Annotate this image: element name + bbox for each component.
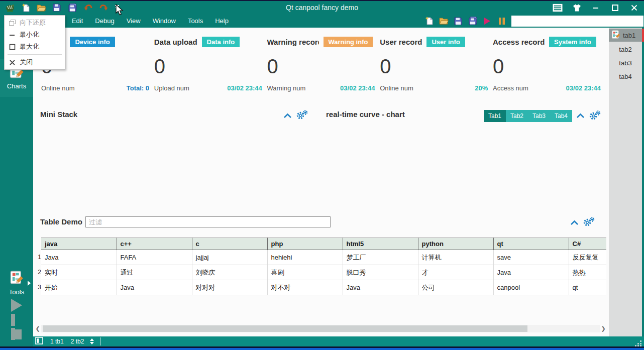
close-button[interactable] <box>629 3 639 13</box>
right-tab-tab1[interactable]: tab1 <box>609 29 642 42</box>
table-cell[interactable]: 脱口秀 <box>343 265 418 280</box>
statusbar-tab-2-tb2[interactable]: 2 tb2 <box>71 338 84 345</box>
table-cell[interactable]: 梦工厂 <box>343 250 418 265</box>
collapse-chevron-icon[interactable] <box>570 218 579 227</box>
table-cell[interactable]: 计算机 <box>418 250 493 265</box>
table-cell[interactable]: 开始 <box>41 280 117 295</box>
column-header[interactable]: c++ <box>117 238 192 250</box>
menu-item-tools[interactable]: Tools <box>182 14 209 28</box>
table-cell[interactable]: 实时 <box>41 265 117 280</box>
scrollbar-track[interactable] <box>41 325 600 332</box>
new-file-icon[interactable] <box>21 3 31 13</box>
table-row[interactable]: 开始Java对对对对不对Java公司canpoolqt <box>41 280 606 295</box>
curve-title: real-time curve - chart <box>326 110 405 119</box>
save-icon-2[interactable] <box>453 16 463 26</box>
table-cell[interactable]: 喜剧 <box>267 265 343 280</box>
context-menu-item[interactable]: 最小化 <box>5 29 65 41</box>
column-header[interactable]: c <box>192 238 267 250</box>
menu-item-window[interactable]: Window <box>147 14 182 28</box>
sidebar-item-tools[interactable]: Tools <box>0 268 33 300</box>
statusbar-panel-icon[interactable] <box>35 337 43 346</box>
maximize-button[interactable] <box>610 3 620 13</box>
statusbar-updown-icon[interactable] <box>90 338 94 344</box>
table-cell[interactable]: save <box>493 250 569 265</box>
menu-item-debug[interactable]: Debug <box>89 14 120 28</box>
card-value: 0 <box>154 55 262 77</box>
statusbar-tab-1-tb1[interactable]: 1 tb1 <box>50 338 64 345</box>
table-row[interactable]: JavaFAFAjajjajhehiehi梦工厂计算机save反反复复 <box>41 250 606 265</box>
context-menu-item[interactable]: 最大化 <box>5 41 65 53</box>
table-cell[interactable]: hehiehi <box>267 250 343 265</box>
redo-icon[interactable] <box>98 3 109 13</box>
table-cell[interactable]: canpool <box>493 280 569 295</box>
collapse-chevron-icon[interactable] <box>283 111 292 121</box>
sidebar-item-charts-label: Charts <box>0 82 33 90</box>
table-cell[interactable]: 通过 <box>117 265 192 280</box>
table-cell[interactable]: FAFA <box>117 250 192 265</box>
table-cell[interactable]: qt <box>569 280 606 295</box>
table-cell[interactable]: jajjaj <box>192 250 267 265</box>
toolbar-overflow-icon[interactable] <box>114 3 120 13</box>
menu-item-view[interactable]: View <box>121 14 147 28</box>
main-content: DeviceDevice info0Online numTotal: 0Data… <box>33 28 609 336</box>
horizontal-scrollbar[interactable]: ❮ ❯ <box>34 325 607 332</box>
column-header[interactable]: python <box>418 238 493 250</box>
search-input[interactable] <box>511 16 643 27</box>
sidebar-play-icon[interactable] <box>11 299 22 312</box>
settings-gears-icon[interactable] <box>583 217 595 228</box>
table-cell[interactable]: 热热 <box>569 265 606 280</box>
data-table[interactable]: javac++cphphtml5pythonqtC#JavaFAFAjajjaj… <box>41 238 606 295</box>
open-folder-icon-2[interactable] <box>439 16 449 26</box>
table-cell[interactable]: 才 <box>418 265 493 280</box>
context-menu-item[interactable]: 关闭 <box>5 56 65 68</box>
new-file-icon-2[interactable] <box>424 16 434 26</box>
column-header[interactable]: php <box>267 238 343 250</box>
table-cell[interactable]: 对对对 <box>192 280 267 295</box>
settings-gears-icon[interactable] <box>589 110 601 122</box>
column-header[interactable]: C# <box>569 238 606 250</box>
right-tab-tab4[interactable]: tab4 <box>609 71 642 83</box>
table-row[interactable]: 实时通过刘晓庆喜剧脱口秀才Java热热 <box>41 265 606 280</box>
save-all-icon[interactable] <box>67 3 77 13</box>
collapse-chevron-icon[interactable] <box>576 111 585 121</box>
scrollbar-thumb[interactable] <box>43 325 527 332</box>
curve-tab-tab3[interactable]: Tab3 <box>528 110 550 122</box>
curve-tab-tab4[interactable]: Tab4 <box>550 110 572 122</box>
save-icon[interactable] <box>52 3 62 13</box>
menu-item-edit[interactable]: Edit <box>66 14 89 28</box>
pause-icon[interactable] <box>497 16 507 26</box>
column-header[interactable]: html5 <box>343 238 418 250</box>
theme-shirt-icon[interactable] <box>572 3 582 13</box>
menu-item-help[interactable]: Help <box>209 14 235 28</box>
table-cell[interactable]: 对不对 <box>267 280 343 295</box>
sidebar-stop-icon[interactable] <box>12 329 22 339</box>
scroll-left-arrow[interactable]: ❮ <box>34 325 41 332</box>
save-all-icon-2[interactable] <box>468 16 478 26</box>
undo-icon[interactable] <box>83 3 93 13</box>
table-cell[interactable]: 反反复复 <box>569 250 606 265</box>
card-value: 0 <box>380 55 488 77</box>
restore-down-icon <box>5 20 20 26</box>
resize-grip[interactable] <box>635 339 642 345</box>
right-tab-tab2[interactable]: tab2 <box>609 44 642 56</box>
settings-gears-icon[interactable] <box>296 110 308 122</box>
table-cell[interactable]: Java <box>117 280 192 295</box>
minimize-button[interactable] <box>591 3 601 13</box>
sidebar-pause-icon[interactable] <box>11 314 22 326</box>
open-folder-icon[interactable] <box>36 3 46 13</box>
statusbar: 1 tb12 tb2 <box>33 336 644 346</box>
table-cell[interactable]: Java <box>41 250 117 265</box>
right-tab-tab3[interactable]: tab3 <box>609 57 642 69</box>
curve-tab-tab2[interactable]: Tab2 <box>506 110 528 122</box>
scroll-right-arrow[interactable]: ❯ <box>600 325 607 332</box>
table-cell[interactable]: 公司 <box>418 280 493 295</box>
table-cell[interactable]: Java <box>343 280 418 295</box>
column-header[interactable]: java <box>41 238 117 250</box>
curve-tab-tab1[interactable]: Tab1 <box>484 110 506 122</box>
column-header[interactable]: qt <box>493 238 569 250</box>
run-play-icon[interactable] <box>482 16 492 26</box>
table-cell[interactable]: Java <box>493 265 569 280</box>
panel-list-icon[interactable] <box>553 3 563 13</box>
table-filter-input[interactable] <box>85 216 331 227</box>
table-cell[interactable]: 刘晓庆 <box>192 265 267 280</box>
